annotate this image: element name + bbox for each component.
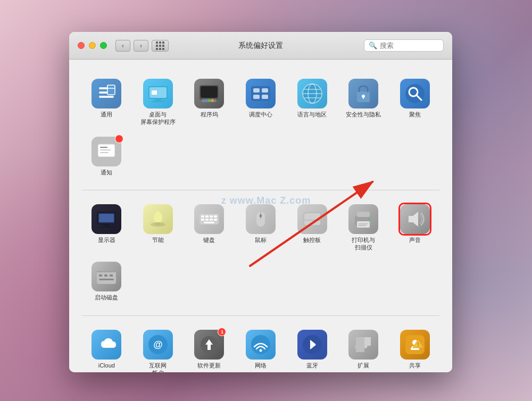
svg-rect-37 (100, 147, 107, 148)
section-internet: iCloud @ 互联网帐户 (82, 321, 439, 372)
svg-rect-73 (104, 274, 107, 277)
search-icon: 🔍 (369, 41, 377, 49)
mission-label: 调度中心 (249, 111, 272, 118)
display-label: 显示器 (98, 236, 115, 244)
svg-rect-75 (99, 279, 114, 280)
pref-mission[interactable]: 调度中心 (236, 76, 286, 129)
maximize-button[interactable] (100, 42, 107, 49)
svg-rect-17 (262, 88, 268, 93)
svg-point-14 (211, 99, 214, 102)
pref-display[interactable]: 显示器 (82, 201, 131, 255)
network-label: 网络 (255, 362, 267, 369)
svg-rect-50 (201, 215, 204, 218)
search-box[interactable]: 🔍 (364, 39, 444, 52)
notification-label: 通知 (101, 169, 112, 176)
pref-sharing[interactable]: ! 共享 (390, 327, 439, 372)
svg-rect-55 (205, 219, 209, 221)
pref-printer[interactable]: 打印机与扫描仪 (339, 201, 388, 255)
svg-rect-67 (359, 223, 368, 224)
dock-label: 程序坞 (201, 111, 218, 118)
svg-rect-53 (214, 215, 217, 218)
internet-icon: @ (143, 330, 173, 360)
svg-point-61 (260, 214, 262, 218)
svg-text:!: ! (417, 342, 419, 348)
svg-rect-56 (210, 219, 213, 221)
forward-button[interactable]: › (134, 40, 148, 52)
svg-rect-72 (99, 274, 102, 277)
svg-rect-74 (110, 274, 113, 277)
energy-icon (143, 204, 173, 234)
svg-rect-57 (214, 219, 217, 221)
desktop-icon (143, 79, 173, 108)
extensions-icon (348, 330, 378, 360)
pref-keyboard[interactable]: 键盘 (185, 201, 234, 255)
svg-rect-2 (99, 96, 114, 98)
mouse-icon (246, 204, 276, 234)
svg-rect-46 (155, 222, 161, 223)
svg-rect-47 (155, 223, 161, 224)
close-button[interactable] (78, 42, 85, 49)
dock-icon (194, 79, 224, 108)
pref-startup[interactable]: 启动磁盘 (82, 258, 131, 304)
section-personal: 通用 桌面与屏幕保护程序 (82, 70, 439, 185)
notification-icon (92, 137, 121, 166)
search-input[interactable] (380, 41, 439, 49)
back-button[interactable]: ‹ (115, 40, 130, 52)
pref-spotlight[interactable]: 聚焦 (390, 76, 439, 129)
spotlight-label: 聚焦 (409, 111, 421, 118)
system-preferences-window: ‹ › 系统偏好设置 🔍 (69, 32, 452, 372)
pref-mouse[interactable]: 鼠标 (236, 201, 286, 255)
svg-rect-65 (357, 212, 370, 217)
mission-icon (246, 79, 276, 108)
software-icon: 1 (194, 330, 224, 360)
nav-buttons: ‹ › (115, 40, 148, 52)
svg-rect-43 (100, 227, 113, 228)
general-icon (92, 79, 121, 108)
pref-sound[interactable]: 声音 (390, 201, 439, 255)
pref-extensions[interactable]: 扩展 (339, 327, 388, 372)
pref-icloud[interactable]: iCloud (82, 327, 131, 372)
section1-grid: 通用 桌面与屏幕保护程序 (82, 70, 439, 185)
keyboard-icon (194, 204, 224, 234)
pref-internet[interactable]: @ 互联网帐户 (134, 327, 183, 372)
pref-desktop[interactable]: 桌面与屏幕保护程序 (134, 76, 183, 129)
svg-text:@: @ (153, 339, 163, 350)
pref-bluetooth[interactable]: 蓝牙 (287, 327, 337, 372)
pref-trackpad[interactable]: 触控板 (287, 201, 337, 255)
security-icon (348, 79, 378, 108)
pref-notification[interactable]: 通知 (82, 133, 131, 179)
pref-security[interactable]: 安全性与隐私 (339, 76, 388, 129)
pref-language[interactable]: 语言与地区 (287, 76, 337, 129)
pref-general[interactable]: 通用 (82, 76, 131, 129)
pref-network[interactable]: 网络 (236, 327, 286, 372)
grid-view-button[interactable] (152, 40, 169, 52)
svg-rect-38 (100, 149, 111, 151)
pref-energy[interactable]: 节能 (134, 201, 183, 255)
software-label: 软件更新 (197, 362, 221, 369)
content-area: 通用 桌面与屏幕保护程序 (69, 60, 452, 372)
svg-point-12 (205, 99, 207, 102)
startup-icon (92, 262, 121, 291)
desktop-label: 桌面与屏幕保护程序 (140, 111, 176, 126)
mouse-label: 鼠标 (255, 236, 267, 244)
svg-rect-54 (201, 219, 204, 221)
svg-rect-68 (359, 225, 366, 226)
section-hardware: 显示器 节能 (82, 196, 439, 310)
window-title: 系统偏好设置 (238, 41, 283, 51)
svg-rect-51 (205, 215, 209, 218)
extensions-label: 扩展 (358, 362, 369, 369)
svg-rect-71 (97, 271, 116, 272)
minimize-button[interactable] (89, 42, 96, 49)
sound-icon (400, 204, 430, 234)
svg-rect-52 (210, 215, 213, 218)
svg-rect-10 (201, 86, 218, 98)
energy-label: 节能 (152, 236, 164, 244)
svg-rect-42 (103, 224, 110, 227)
sound-label: 声音 (409, 236, 421, 244)
pref-software[interactable]: 1 软件更新 (185, 327, 234, 372)
svg-rect-62 (304, 213, 321, 225)
svg-rect-16 (253, 88, 260, 93)
pref-dock[interactable]: 程序坞 (185, 76, 234, 129)
printer-label: 打印机与扫描仪 (352, 236, 375, 252)
svg-rect-48 (156, 224, 160, 225)
